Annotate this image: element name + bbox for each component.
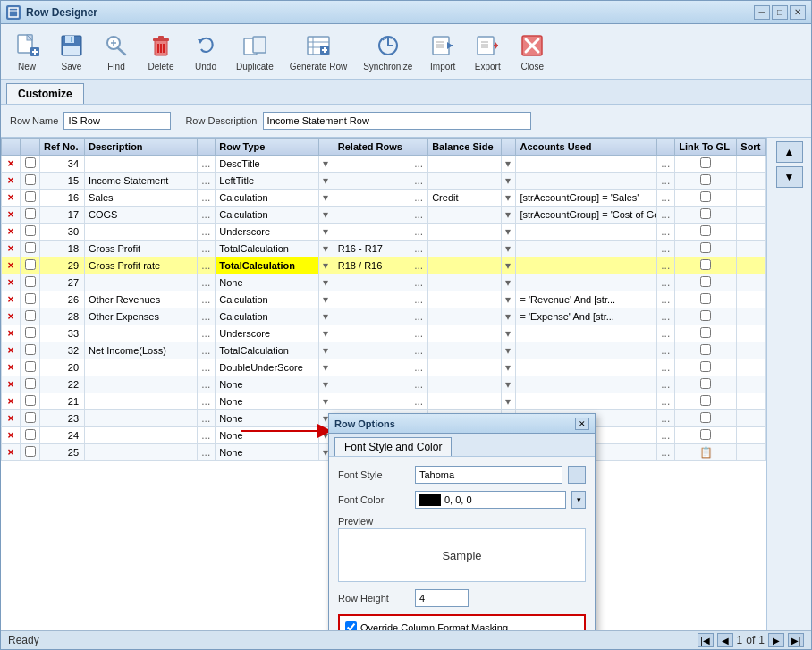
row-checkbox[interactable] — [25, 157, 36, 168]
desc-dots-cell[interactable]: ... — [198, 393, 216, 410]
page-prev-button[interactable]: ◀ — [717, 633, 733, 647]
rel-dots-button[interactable]: ... — [414, 293, 423, 306]
desc-dots-cell[interactable]: ... — [198, 359, 216, 376]
acc-dots-button[interactable]: ... — [661, 310, 670, 323]
delete-row-cell[interactable]: × — [2, 257, 21, 274]
row-checkbox[interactable] — [25, 429, 36, 440]
type-dropdown-cell[interactable]: ▾ — [318, 308, 334, 325]
bal-dropdown-cell[interactable]: ▾ — [501, 393, 516, 410]
acc-dots-button[interactable]: ... — [661, 327, 670, 340]
rel-dots-cell[interactable]: ... — [410, 207, 428, 224]
delete-row-button[interactable]: × — [8, 259, 14, 272]
link-gl-checkbox[interactable] — [700, 174, 711, 185]
acc-dots-button[interactable]: ... — [661, 208, 670, 221]
row-checkbox[interactable] — [25, 344, 36, 355]
acc-dots-cell[interactable]: ... — [657, 308, 675, 325]
delete-button[interactable]: Delete — [140, 28, 182, 75]
acc-dots-button[interactable]: ... — [661, 225, 670, 238]
row-checkbox-cell[interactable] — [21, 156, 40, 173]
delete-row-button[interactable]: × — [8, 225, 14, 238]
delete-row-cell[interactable]: × — [2, 359, 21, 376]
desc-dots-cell[interactable]: ... — [198, 207, 216, 224]
export-button[interactable]: Export — [467, 28, 508, 75]
desc-dots-button[interactable]: ... — [201, 191, 210, 204]
delete-row-cell[interactable]: × — [2, 444, 21, 461]
bal-dropdown-cell[interactable]: ▾ — [501, 274, 516, 291]
bal-dropdown-cell[interactable]: ▾ — [501, 359, 516, 376]
tab-customize[interactable]: Customize — [6, 83, 84, 104]
delete-row-button[interactable]: × — [8, 276, 14, 289]
find-button[interactable]: Find — [96, 28, 137, 75]
row-name-input[interactable] — [63, 112, 171, 130]
link-to-gl-cell[interactable] — [675, 410, 737, 427]
delete-row-cell[interactable]: × — [2, 427, 21, 444]
page-next-button[interactable]: ▶ — [768, 633, 784, 647]
rel-dots-button[interactable]: ... — [414, 191, 423, 204]
acc-dots-button[interactable]: ... — [661, 344, 670, 357]
maximize-button[interactable]: □ — [772, 5, 788, 20]
bal-dropdown-button[interactable]: ▾ — [505, 310, 511, 323]
link-gl-checkbox[interactable] — [700, 157, 711, 168]
rel-dots-cell[interactable]: ... — [410, 342, 428, 359]
rel-dots-button[interactable]: ... — [414, 276, 423, 289]
desc-dots-cell[interactable]: ... — [198, 308, 216, 325]
link-gl-checkbox[interactable] — [700, 361, 711, 372]
acc-dots-cell[interactable]: ... — [657, 224, 675, 241]
delete-row-button[interactable]: × — [8, 429, 14, 442]
desc-dots-cell[interactable]: ... — [198, 291, 216, 308]
bal-dropdown-cell[interactable]: ▾ — [501, 325, 516, 342]
delete-row-cell[interactable]: × — [2, 342, 21, 359]
delete-row-cell[interactable]: × — [2, 325, 21, 342]
acc-dots-button[interactable]: ... — [661, 378, 670, 391]
row-checkbox-cell[interactable] — [21, 224, 40, 241]
link-to-gl-cell[interactable] — [675, 308, 737, 325]
row-checkbox[interactable] — [25, 259, 36, 270]
row-checkbox[interactable] — [25, 361, 36, 372]
page-first-button[interactable]: |◀ — [698, 633, 714, 647]
delete-row-cell[interactable]: × — [2, 241, 21, 257]
desc-dots-cell[interactable]: ... — [198, 325, 216, 342]
rel-dots-button[interactable]: ... — [414, 225, 423, 238]
desc-dots-button[interactable]: ... — [201, 429, 210, 442]
acc-dots-cell[interactable]: ... — [657, 325, 675, 342]
rel-dots-button[interactable]: ... — [414, 395, 423, 408]
desc-dots-cell[interactable]: ... — [198, 241, 216, 257]
type-dropdown-button[interactable]: ▾ — [323, 395, 328, 408]
type-dropdown-button[interactable]: ▾ — [323, 361, 328, 374]
bal-dropdown-cell[interactable]: ▾ — [501, 156, 516, 173]
row-checkbox-cell[interactable] — [21, 427, 40, 444]
delete-row-cell[interactable]: × — [2, 190, 21, 207]
save-button[interactable]: Save — [51, 28, 92, 75]
dialog-tab-font[interactable]: Font Style and Color — [334, 437, 452, 456]
row-checkbox[interactable] — [25, 174, 36, 185]
type-dropdown-cell[interactable]: ▾ — [318, 156, 334, 173]
link-gl-checkbox[interactable] — [700, 412, 711, 423]
rel-dots-cell[interactable]: ... — [410, 257, 428, 274]
desc-dots-button[interactable]: ... — [201, 225, 210, 238]
type-dropdown-button[interactable]: ▾ — [323, 174, 328, 187]
row-checkbox-cell[interactable] — [21, 444, 40, 461]
row-checkbox-cell[interactable] — [21, 325, 40, 342]
delete-row-button[interactable]: × — [8, 395, 14, 408]
rel-dots-button[interactable]: ... — [414, 157, 423, 170]
type-dropdown-button[interactable]: ▾ — [323, 208, 328, 221]
type-dropdown-cell[interactable]: ▾ — [318, 207, 334, 224]
dialog-close-button[interactable]: ✕ — [575, 418, 589, 430]
row-checkbox-cell[interactable] — [21, 342, 40, 359]
desc-dots-button[interactable]: ... — [201, 276, 210, 289]
delete-row-button[interactable]: × — [8, 446, 14, 459]
link-to-gl-cell[interactable] — [675, 291, 737, 308]
desc-dots-button[interactable]: ... — [201, 378, 210, 391]
row-height-input[interactable] — [415, 589, 469, 607]
type-dropdown-cell[interactable]: ▾ — [318, 342, 334, 359]
row-checkbox-cell[interactable] — [21, 173, 40, 190]
row-checkbox-cell[interactable] — [21, 308, 40, 325]
row-checkbox-cell[interactable] — [21, 393, 40, 410]
bal-dropdown-cell[interactable]: ▾ — [501, 257, 516, 274]
rel-dots-button[interactable]: ... — [414, 344, 423, 357]
bal-dropdown-button[interactable]: ▾ — [505, 378, 511, 391]
desc-dots-cell[interactable]: ... — [198, 427, 216, 444]
acc-dots-cell[interactable]: ... — [657, 156, 675, 173]
bal-dropdown-button[interactable]: ▾ — [505, 395, 511, 408]
desc-dots-button[interactable]: ... — [201, 361, 210, 374]
